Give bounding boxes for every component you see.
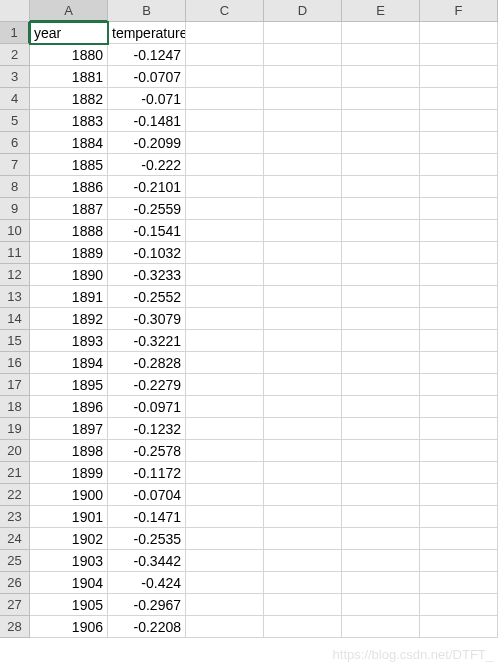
- cell-C9[interactable]: [186, 198, 264, 220]
- cell-B9[interactable]: -0.2559: [108, 198, 186, 220]
- cell-C10[interactable]: [186, 220, 264, 242]
- cell-F21[interactable]: [420, 462, 498, 484]
- cell-B22[interactable]: -0.0704: [108, 484, 186, 506]
- cell-F22[interactable]: [420, 484, 498, 506]
- cell-B28[interactable]: -0.2208: [108, 616, 186, 638]
- cell-D12[interactable]: [264, 264, 342, 286]
- cell-A28[interactable]: 1906: [30, 616, 108, 638]
- cell-D7[interactable]: [264, 154, 342, 176]
- column-header-F[interactable]: F: [420, 0, 498, 22]
- cell-F19[interactable]: [420, 418, 498, 440]
- cell-D13[interactable]: [264, 286, 342, 308]
- spreadsheet-grid[interactable]: ABCDEF1yeartemperature21880-0.124731881-…: [0, 0, 501, 638]
- cell-A6[interactable]: 1884: [30, 132, 108, 154]
- cell-B15[interactable]: -0.3221: [108, 330, 186, 352]
- cell-A4[interactable]: 1882: [30, 88, 108, 110]
- select-all-corner[interactable]: [0, 0, 30, 22]
- cell-F16[interactable]: [420, 352, 498, 374]
- cell-F7[interactable]: [420, 154, 498, 176]
- cell-A15[interactable]: 1893: [30, 330, 108, 352]
- cell-A11[interactable]: 1889: [30, 242, 108, 264]
- column-header-D[interactable]: D: [264, 0, 342, 22]
- cell-D27[interactable]: [264, 594, 342, 616]
- cell-B3[interactable]: -0.0707: [108, 66, 186, 88]
- cell-C5[interactable]: [186, 110, 264, 132]
- cell-A13[interactable]: 1891: [30, 286, 108, 308]
- cell-B16[interactable]: -0.2828: [108, 352, 186, 374]
- cell-E5[interactable]: [342, 110, 420, 132]
- row-header-18[interactable]: 18: [0, 396, 30, 418]
- cell-F24[interactable]: [420, 528, 498, 550]
- cell-E25[interactable]: [342, 550, 420, 572]
- cell-E2[interactable]: [342, 44, 420, 66]
- cell-C17[interactable]: [186, 374, 264, 396]
- cell-B6[interactable]: -0.2099: [108, 132, 186, 154]
- cell-E14[interactable]: [342, 308, 420, 330]
- cell-E7[interactable]: [342, 154, 420, 176]
- row-header-16[interactable]: 16: [0, 352, 30, 374]
- cell-A24[interactable]: 1902: [30, 528, 108, 550]
- cell-A8[interactable]: 1886: [30, 176, 108, 198]
- cell-C8[interactable]: [186, 176, 264, 198]
- cell-B7[interactable]: -0.222: [108, 154, 186, 176]
- cell-F23[interactable]: [420, 506, 498, 528]
- cell-F5[interactable]: [420, 110, 498, 132]
- cell-D22[interactable]: [264, 484, 342, 506]
- cell-E20[interactable]: [342, 440, 420, 462]
- cell-B4[interactable]: -0.071: [108, 88, 186, 110]
- cell-A1[interactable]: year: [30, 22, 108, 44]
- cell-B1[interactable]: temperature: [108, 22, 186, 44]
- row-header-8[interactable]: 8: [0, 176, 30, 198]
- cell-A20[interactable]: 1898: [30, 440, 108, 462]
- cell-D18[interactable]: [264, 396, 342, 418]
- cell-C2[interactable]: [186, 44, 264, 66]
- cell-E19[interactable]: [342, 418, 420, 440]
- cell-B21[interactable]: -0.1172: [108, 462, 186, 484]
- cell-C4[interactable]: [186, 88, 264, 110]
- row-header-28[interactable]: 28: [0, 616, 30, 638]
- cell-A23[interactable]: 1901: [30, 506, 108, 528]
- row-header-23[interactable]: 23: [0, 506, 30, 528]
- cell-C7[interactable]: [186, 154, 264, 176]
- cell-E24[interactable]: [342, 528, 420, 550]
- cell-A10[interactable]: 1888: [30, 220, 108, 242]
- column-header-E[interactable]: E: [342, 0, 420, 22]
- cell-D19[interactable]: [264, 418, 342, 440]
- column-header-A[interactable]: A: [30, 0, 108, 22]
- row-header-10[interactable]: 10: [0, 220, 30, 242]
- cell-E8[interactable]: [342, 176, 420, 198]
- cell-D17[interactable]: [264, 374, 342, 396]
- cell-A21[interactable]: 1899: [30, 462, 108, 484]
- cell-D25[interactable]: [264, 550, 342, 572]
- cell-A7[interactable]: 1885: [30, 154, 108, 176]
- cell-E4[interactable]: [342, 88, 420, 110]
- row-header-4[interactable]: 4: [0, 88, 30, 110]
- cell-B10[interactable]: -0.1541: [108, 220, 186, 242]
- cell-E18[interactable]: [342, 396, 420, 418]
- cell-A18[interactable]: 1896: [30, 396, 108, 418]
- cell-F9[interactable]: [420, 198, 498, 220]
- cell-C21[interactable]: [186, 462, 264, 484]
- cell-E23[interactable]: [342, 506, 420, 528]
- cell-E13[interactable]: [342, 286, 420, 308]
- cell-B12[interactable]: -0.3233: [108, 264, 186, 286]
- cell-C16[interactable]: [186, 352, 264, 374]
- cell-B27[interactable]: -0.2967: [108, 594, 186, 616]
- row-header-20[interactable]: 20: [0, 440, 30, 462]
- cell-F12[interactable]: [420, 264, 498, 286]
- cell-E12[interactable]: [342, 264, 420, 286]
- cell-B23[interactable]: -0.1471: [108, 506, 186, 528]
- cell-B25[interactable]: -0.3442: [108, 550, 186, 572]
- cell-F27[interactable]: [420, 594, 498, 616]
- cell-F17[interactable]: [420, 374, 498, 396]
- cell-B8[interactable]: -0.2101: [108, 176, 186, 198]
- row-header-24[interactable]: 24: [0, 528, 30, 550]
- cell-F3[interactable]: [420, 66, 498, 88]
- cell-E21[interactable]: [342, 462, 420, 484]
- cell-F8[interactable]: [420, 176, 498, 198]
- cell-D3[interactable]: [264, 66, 342, 88]
- cell-D8[interactable]: [264, 176, 342, 198]
- row-header-5[interactable]: 5: [0, 110, 30, 132]
- cell-C19[interactable]: [186, 418, 264, 440]
- cell-D9[interactable]: [264, 198, 342, 220]
